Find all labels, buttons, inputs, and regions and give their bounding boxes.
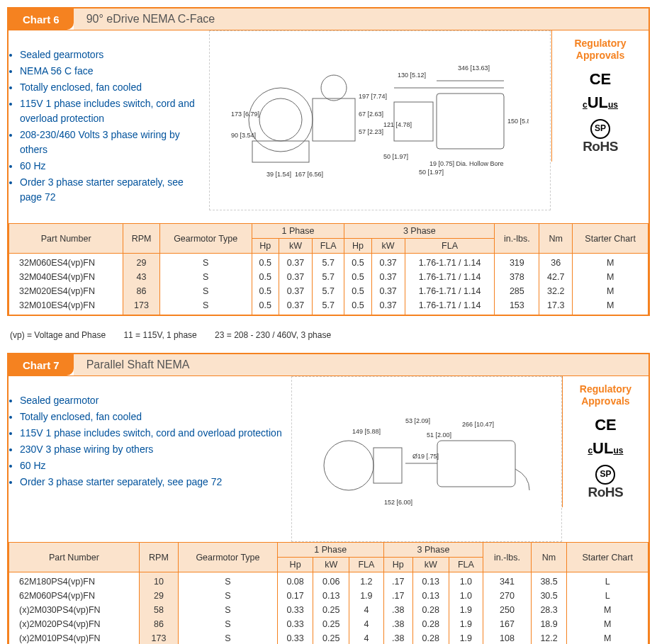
- svg-text:67 [2.63]: 67 [2.63]: [359, 111, 383, 118]
- cell-type: S: [179, 631, 278, 644]
- chart6-footnote: (vp) = Voltage and Phase 11 = 115V, 1 ph…: [10, 330, 650, 340]
- cell-part: (x)2M030PS4(vp)FN: [9, 603, 140, 617]
- bullet-item: 115V 1 phase includes switch, cord and o…: [20, 96, 204, 126]
- engineering-drawing-icon: 173 [6.79] 90 [3.54] 39 [1.54] 167 [6.56…: [209, 30, 551, 210]
- chart6-bullets: Sealed gearmotorsNEMA 56 C faceTotally e…: [9, 40, 208, 213]
- chart7-bullets: Sealed gearmotorTotally enclosed, fan co…: [9, 386, 291, 498]
- col-inlbs: in.-lbs.: [483, 543, 532, 572]
- cell-inlbs: 319: [495, 254, 539, 271]
- svg-point-23: [324, 441, 374, 490]
- cell-hp3: .38: [383, 617, 412, 631]
- cell-kw1: 0.37: [279, 254, 312, 271]
- reg-title: RegulatoryApprovals: [558, 38, 643, 62]
- cell-rpm: 29: [139, 589, 178, 603]
- cell-hp3: 0.5: [344, 254, 371, 271]
- cell-rpm: 29: [123, 254, 159, 271]
- col-type: Gearmotor Type: [179, 543, 278, 572]
- chart7-tab: Chart 7: [9, 354, 74, 375]
- chart6-title: 90° eDrive NEMA C-Face: [74, 9, 648, 30]
- cell-type: S: [159, 284, 252, 298]
- cell-nm: 18.9: [531, 617, 567, 631]
- cell-nm: 30.5: [531, 589, 567, 603]
- bullet-item: Sealed gearmotors: [20, 47, 204, 62]
- cell-starter: M: [573, 298, 648, 315]
- cell-hp1: 0.5: [252, 270, 279, 284]
- svg-text:90 [3.54]: 90 [3.54]: [231, 132, 256, 139]
- cell-hp1: 0.08: [277, 572, 313, 589]
- cell-type: S: [179, 617, 278, 631]
- col-type: Gearmotor Type: [159, 224, 252, 254]
- cell-hp1: 0.33: [277, 631, 313, 644]
- cell-type: S: [159, 298, 252, 315]
- cell-starter: M: [573, 270, 648, 284]
- engineering-drawing-icon: 149 [5.88] 53 [2.09] 51 [2.00] Ø19 [.75]…: [291, 376, 562, 542]
- cell-fla3: 1.9: [449, 631, 483, 644]
- cell-nm: 32.2: [539, 284, 573, 298]
- cell-fla3: 1.76-1.71 / 1.14: [405, 270, 495, 284]
- ul-icon: cULus: [558, 91, 643, 114]
- svg-text:150 [5.89]: 150 [5.89]: [507, 118, 529, 125]
- chart6-body: Sealed gearmotorsNEMA 56 C faceTotally e…: [9, 30, 648, 223]
- cell-part: (x)2M010PS4(vp)FN: [9, 631, 140, 644]
- cell-starter: M: [573, 284, 648, 298]
- cell-inlbs: 341: [483, 572, 532, 589]
- svg-text:53 [2.09]: 53 [2.09]: [405, 417, 430, 424]
- svg-text:130 [5.12]: 130 [5.12]: [398, 72, 426, 79]
- cell-rpm: 10: [139, 572, 178, 589]
- reg-title: RegulatoryApprovals: [568, 383, 643, 407]
- cell-type: S: [179, 572, 278, 589]
- cell-part: 62M180PS4(vp)FN: [9, 572, 140, 589]
- cell-hp1: 0.5: [252, 298, 279, 315]
- cell-kw3: 0.13: [412, 572, 449, 589]
- rohs-icon: RoHS: [568, 485, 643, 500]
- col-part: Part Number: [9, 543, 140, 572]
- col-rpm: RPM: [139, 543, 178, 572]
- cell-kw1: 0.37: [279, 298, 312, 315]
- cell-kw3: 0.28: [412, 617, 449, 631]
- cell-hp1: 0.5: [252, 284, 279, 298]
- csa-icon: SP: [558, 114, 643, 139]
- svg-text:50 [1.97]: 50 [1.97]: [383, 153, 408, 160]
- bullet-item: Totally enclosed, fan cooled: [20, 409, 287, 424]
- cell-kw3: 0.37: [371, 254, 405, 271]
- cell-hp1: 0.33: [277, 617, 313, 631]
- bullet-item: Totally enclosed, fan cooled: [20, 80, 204, 95]
- cell-kw3: 0.28: [412, 631, 449, 644]
- cell-fla3: 1.0: [449, 589, 483, 603]
- col-3phase: 3 Phase: [383, 543, 483, 558]
- svg-point-1: [259, 98, 302, 141]
- svg-text:152 [6.00]: 152 [6.00]: [384, 499, 412, 506]
- cell-hp1: 0.17: [277, 589, 313, 603]
- cell-fla3: 1.9: [449, 617, 483, 631]
- bullet-item: 115V 1 phase includes switch, cord and o…: [20, 426, 287, 441]
- cell-nm: 12.2: [531, 631, 567, 644]
- cell-fla1: 5.7: [313, 298, 344, 315]
- cell-type: S: [179, 589, 278, 603]
- cell-hp1: 0.5: [252, 254, 279, 271]
- cell-kw1: 0.13: [313, 589, 349, 603]
- bullet-item: Order 3 phase starter separately, see pa…: [20, 475, 287, 490]
- cell-nm: 42.7: [539, 270, 573, 284]
- chart7-block: Chart 7 Parallel Shaft NEMA Sealed gearm…: [7, 353, 650, 644]
- cell-starter: M: [567, 631, 648, 644]
- cell-hp1: 0.33: [277, 603, 313, 617]
- chart7-diagram: 149 [5.88] 53 [2.09] 51 [2.00] Ø19 [.75]…: [291, 376, 562, 542]
- chart7-body: Sealed gearmotorTotally enclosed, fan co…: [9, 376, 648, 542]
- cell-kw3: 0.28: [412, 603, 449, 617]
- cell-fla3: 1.76-1.71 / 1.14: [405, 284, 495, 298]
- ce-icon: CE: [558, 67, 643, 91]
- rohs-icon: RoHS: [558, 139, 643, 154]
- chart6-tbody: 32M060ES4(vp)FN29S0.50.375.70.50.371.76-…: [9, 254, 648, 315]
- cell-type: S: [179, 603, 278, 617]
- ce-icon: CE: [568, 413, 643, 436]
- col-3phase: 3 Phase: [344, 224, 495, 239]
- cell-inlbs: 108: [483, 631, 532, 644]
- table-row: (x)2M020PS4(vp)FN86S0.330.254.380.281.91…: [9, 617, 648, 631]
- cell-inlbs: 250: [483, 603, 532, 617]
- chart6-regulatory: RegulatoryApprovals CE cULus SP RoHS: [551, 30, 648, 162]
- bullet-item: 60 Hz: [20, 159, 204, 174]
- svg-rect-6: [437, 94, 504, 149]
- cell-hp3: 0.5: [344, 284, 371, 298]
- cell-hp3: 0.5: [344, 298, 371, 315]
- cell-starter: M: [567, 603, 648, 617]
